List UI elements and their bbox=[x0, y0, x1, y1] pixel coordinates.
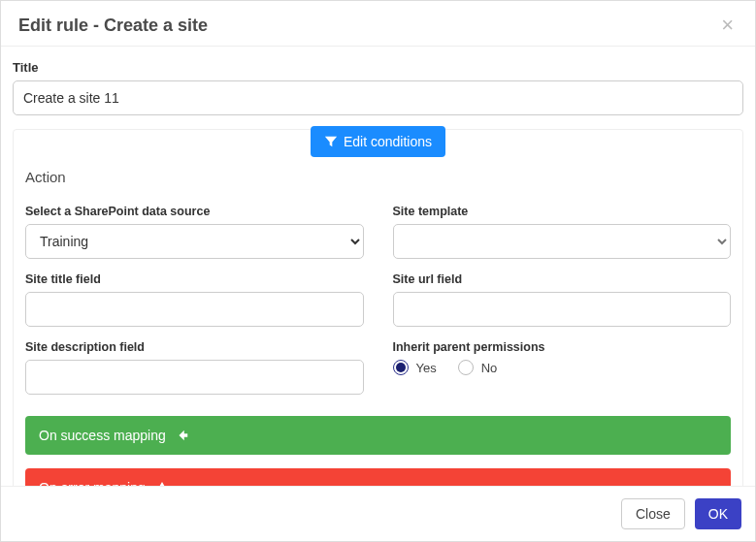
data-source-select[interactable]: Training bbox=[25, 224, 364, 259]
edit-conditions-label: Edit conditions bbox=[344, 134, 432, 149]
action-heading: Action bbox=[25, 169, 731, 185]
modal-body: Title Edit conditions Action Select a Sh… bbox=[1, 47, 755, 486]
inherit-yes-radio[interactable]: Yes bbox=[393, 360, 437, 375]
radio-dot-selected-icon bbox=[393, 360, 409, 375]
site-url-field-input[interactable] bbox=[393, 292, 732, 327]
site-title-field-label: Site title field bbox=[25, 272, 364, 286]
ok-button-label: OK bbox=[708, 506, 728, 522]
action-form: Select a SharePoint data source Training… bbox=[25, 205, 731, 395]
site-title-field-field: Site title field bbox=[25, 272, 364, 327]
close-button[interactable]: Close bbox=[621, 498, 685, 529]
on-error-mapping-banner[interactable]: On error mapping bbox=[25, 468, 731, 486]
on-success-mapping-banner[interactable]: On success mapping bbox=[25, 416, 731, 455]
site-description-field-field: Site description field bbox=[25, 340, 364, 395]
arrow-left-icon bbox=[176, 429, 189, 442]
inherit-yes-label: Yes bbox=[416, 361, 437, 375]
site-description-field-input[interactable] bbox=[25, 360, 364, 395]
warning-icon bbox=[155, 481, 169, 486]
filter-icon bbox=[324, 135, 338, 148]
site-template-field: Site template bbox=[393, 205, 732, 259]
site-description-field-label: Site description field bbox=[25, 340, 364, 354]
inherit-permissions-field: Inherit parent permissions Yes No bbox=[393, 340, 732, 395]
site-url-field-field: Site url field bbox=[393, 272, 732, 327]
close-button-label: Close bbox=[636, 506, 671, 522]
title-input[interactable] bbox=[13, 80, 743, 115]
inherit-no-label: No bbox=[481, 361, 498, 375]
on-success-mapping-label: On success mapping bbox=[39, 428, 166, 443]
ok-button[interactable]: OK bbox=[695, 498, 741, 529]
modal-header: Edit rule - Create a site × bbox=[1, 1, 755, 47]
data-source-field: Select a SharePoint data source Training bbox=[25, 205, 364, 259]
edit-rule-modal: Edit rule - Create a site × Title Edit c… bbox=[0, 0, 756, 542]
title-field-group: Title bbox=[13, 60, 743, 115]
site-title-field-input[interactable] bbox=[25, 292, 364, 327]
site-url-field-label: Site url field bbox=[393, 272, 732, 286]
edit-conditions-wrap: Edit conditions bbox=[14, 126, 742, 157]
radio-dot-icon bbox=[458, 360, 474, 375]
on-error-mapping-label: On error mapping bbox=[39, 480, 146, 486]
inherit-permissions-radios: Yes No bbox=[393, 360, 732, 375]
inherit-permissions-label: Inherit parent permissions bbox=[393, 340, 732, 354]
site-template-label: Site template bbox=[393, 205, 732, 218]
modal-footer: Close OK bbox=[1, 486, 755, 541]
close-icon[interactable]: × bbox=[717, 15, 738, 36]
site-template-select[interactable] bbox=[393, 224, 732, 259]
action-panel: Edit conditions Action Select a SharePoi… bbox=[13, 129, 743, 486]
edit-conditions-button[interactable]: Edit conditions bbox=[311, 126, 445, 157]
modal-title: Edit rule - Create a site bbox=[18, 16, 208, 36]
data-source-label: Select a SharePoint data source bbox=[25, 205, 364, 218]
title-label: Title bbox=[13, 60, 743, 75]
inherit-no-radio[interactable]: No bbox=[458, 360, 498, 375]
